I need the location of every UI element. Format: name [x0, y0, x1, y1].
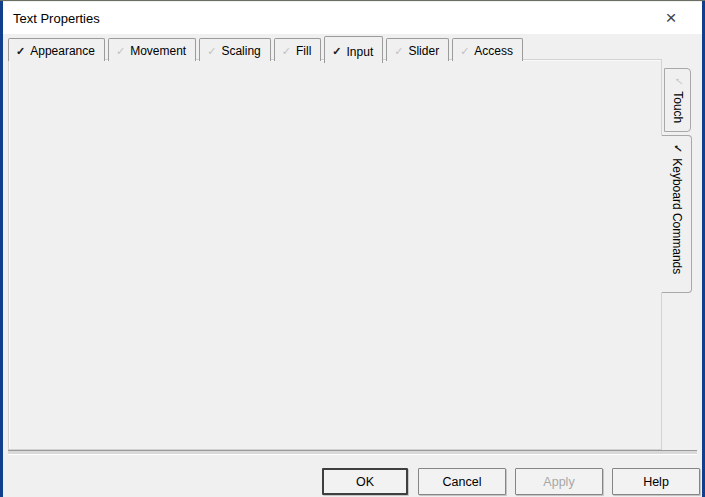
check-icon: ✓	[282, 45, 291, 58]
tab-input[interactable]: ✓ Input	[324, 36, 383, 63]
check-icon: ✓	[16, 45, 25, 58]
side-tab-touch[interactable]: ✓ Touch	[664, 68, 691, 132]
tab-label: Access	[474, 44, 513, 58]
cancel-button[interactable]: Cancel	[418, 468, 506, 495]
tab-fill[interactable]: ✓ Fill	[274, 38, 322, 61]
side-tab-label: Keyboard Commands	[671, 158, 685, 274]
check-icon: ✓	[207, 45, 216, 58]
apply-button: Apply	[515, 468, 603, 495]
tab-appearance[interactable]: ✓ Appearance	[8, 38, 105, 61]
ok-button[interactable]: OK	[322, 468, 408, 495]
tab-label: Slider	[408, 44, 439, 58]
window-border-left	[0, 1, 3, 497]
tab-label: Movement	[130, 44, 186, 58]
tab-access[interactable]: ✓ Access	[452, 38, 523, 61]
titlebar[interactable]: Text Properties ×	[3, 2, 702, 34]
tab-scaling[interactable]: ✓ Scaling	[199, 38, 271, 61]
property-tabs: ✓ Appearance ✓ Movement ✓ Scaling ✓ Fill…	[8, 38, 526, 60]
window-title: Text Properties	[13, 11, 100, 26]
help-button[interactable]: Help	[612, 468, 700, 495]
side-tab-keyboard-commands[interactable]: ✓ Keyboard Commands	[661, 135, 692, 293]
text-properties-dialog: Text Properties × ✓ Appearance ✓ Movemen…	[0, 0, 705, 497]
tab-movement[interactable]: ✓ Movement	[108, 38, 196, 61]
check-icon: ✓	[671, 144, 684, 153]
tab-label: Input	[347, 45, 374, 59]
side-tab-label: Touch	[672, 91, 686, 123]
close-icon[interactable]: ×	[658, 6, 684, 30]
check-icon: ✓	[116, 45, 125, 58]
page-bottom-divider	[8, 450, 697, 455]
check-icon: ✓	[460, 45, 469, 58]
check-icon: ✓	[394, 45, 403, 58]
tab-slider[interactable]: ✓ Slider	[386, 38, 449, 61]
tab-label: Scaling	[221, 44, 260, 58]
tab-label: Appearance	[30, 44, 95, 58]
check-icon: ✓	[332, 45, 341, 58]
input-tab-page	[8, 59, 662, 450]
check-icon: ✓	[672, 77, 685, 86]
tab-label: Fill	[296, 44, 311, 58]
